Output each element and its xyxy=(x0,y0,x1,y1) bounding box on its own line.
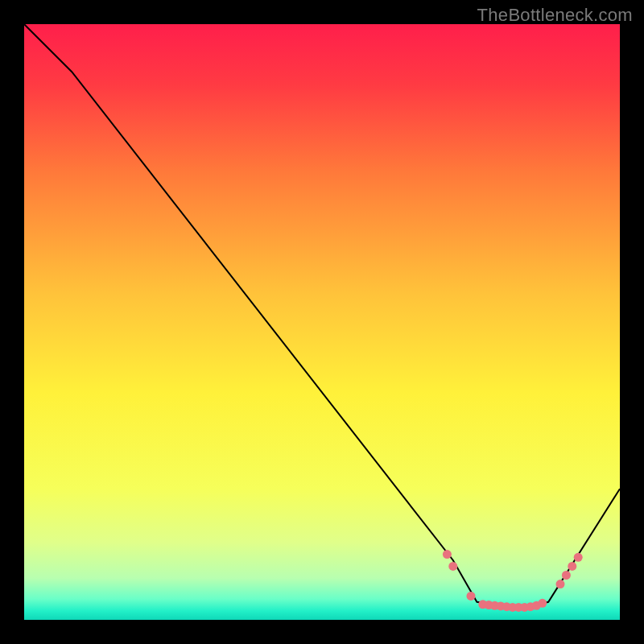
chart-marker-dot xyxy=(556,580,565,588)
chart-svg xyxy=(24,24,620,620)
chart-plot xyxy=(24,24,620,620)
chart-marker-dot xyxy=(467,592,476,601)
chart-marker-dot xyxy=(568,562,576,571)
gradient-background xyxy=(24,24,620,620)
chart-marker-dot xyxy=(562,571,571,580)
chart-frame: TheBottleneck.com xyxy=(0,0,644,644)
chart-marker-dot xyxy=(574,553,583,562)
chart-marker-dot xyxy=(538,599,547,608)
chart-marker-dot xyxy=(443,550,452,559)
chart-marker-dot xyxy=(448,562,457,571)
watermark-text: TheBottleneck.com xyxy=(477,5,633,26)
